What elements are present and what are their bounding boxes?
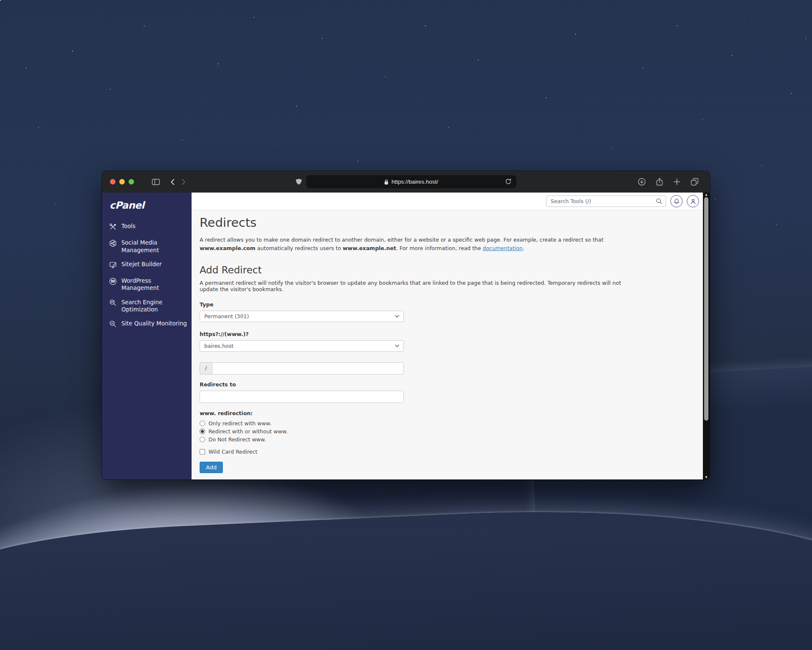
search-tools-wrap bbox=[546, 196, 666, 207]
browser-toolbar: https://baires.host/ bbox=[102, 171, 710, 193]
chevron-down-icon bbox=[395, 315, 399, 318]
sitejet-icon bbox=[109, 261, 117, 270]
www-redirection-label: www. redirection: bbox=[200, 410, 693, 416]
sidebar-item-label: Tools bbox=[121, 223, 135, 230]
wordpress-icon: W bbox=[109, 278, 117, 287]
wildcard-label: Wild Card Redirect bbox=[208, 449, 258, 455]
sidebar-item-label: WordPress Management bbox=[121, 277, 187, 292]
www-redirection-options: Only redirect with www. Redirect with or… bbox=[200, 420, 693, 443]
bell-icon bbox=[673, 198, 680, 205]
note-title: Note: bbox=[200, 479, 693, 480]
sidebar-item-label: Site Quality Monitoring bbox=[121, 320, 187, 327]
close-button[interactable] bbox=[110, 179, 115, 185]
sidebar-nav: Tools Social Media Management bbox=[102, 219, 192, 333]
intro-text: automatically redirects users to bbox=[255, 245, 343, 251]
browser-viewport: cPanel Tools bbox=[102, 193, 710, 479]
site-quality-icon bbox=[109, 320, 117, 330]
social-media-icon bbox=[109, 240, 117, 249]
intro-text: A redirect allows you to make one domain… bbox=[200, 237, 604, 243]
address-bar-group: https://baires.host/ bbox=[296, 175, 516, 188]
scroll-up-arrow[interactable]: ▲ bbox=[705, 193, 707, 197]
wildcard-checkbox[interactable] bbox=[200, 449, 205, 454]
tools-icon bbox=[109, 223, 117, 232]
back-button-icon[interactable] bbox=[170, 179, 175, 185]
zoom-button[interactable] bbox=[129, 179, 134, 185]
redirects-to-input[interactable] bbox=[200, 391, 404, 403]
tab-overview-icon[interactable] bbox=[691, 178, 699, 186]
add-redirect-description: A permanent redirect will notify the vis… bbox=[200, 280, 627, 292]
example-domain-net: www.example.net bbox=[343, 245, 396, 251]
minimize-button[interactable] bbox=[119, 179, 125, 185]
radio-option-only-www[interactable]: Only redirect with www. bbox=[200, 420, 693, 427]
path-input-group: / bbox=[200, 362, 404, 375]
page-title: Redirects bbox=[200, 215, 693, 230]
sidebar-item-wordpress-management[interactable]: W WordPress Management bbox=[102, 274, 192, 295]
radio-button-checked[interactable] bbox=[200, 429, 205, 434]
stars bbox=[0, 0, 0, 0]
address-bar[interactable]: https://baires.host/ bbox=[306, 175, 516, 188]
page-scrollbar[interactable]: ▲ ▼ bbox=[703, 193, 710, 479]
domain-select-value: baires.host bbox=[204, 343, 233, 349]
sidebar-item-label: Social Media Management bbox=[121, 239, 187, 254]
type-select[interactable]: Permanent (301) bbox=[200, 311, 404, 322]
forward-button-icon[interactable] bbox=[181, 179, 186, 185]
user-icon bbox=[690, 198, 697, 205]
downloads-icon[interactable] bbox=[638, 178, 646, 186]
scroll-down-arrow[interactable]: ▼ bbox=[705, 475, 707, 479]
sidebar-item-tools[interactable]: Tools bbox=[102, 219, 192, 236]
browser-window: https://baires.host/ bbox=[102, 171, 710, 479]
sidebar-item-social-media-management[interactable]: Social Media Management bbox=[102, 236, 192, 257]
sidebar-item-site-quality-monitoring[interactable]: Site Quality Monitoring bbox=[102, 317, 192, 333]
cpanel-logo: cPanel bbox=[102, 193, 192, 211]
add-redirect-heading: Add Redirect bbox=[200, 264, 693, 275]
domain-select[interactable]: baires.host bbox=[200, 340, 404, 352]
documentation-link[interactable]: documentation bbox=[483, 245, 523, 251]
lock-icon bbox=[384, 179, 389, 185]
note-section: Note: Checking the Wild Card Redirect Bo… bbox=[200, 479, 693, 480]
chevron-down-icon bbox=[395, 344, 399, 347]
redirects-page: Redirects A redirect allows you to make … bbox=[192, 210, 703, 479]
intro-paragraph: A redirect allows you to make one domain… bbox=[200, 236, 618, 253]
scrollbar-thumb[interactable] bbox=[704, 197, 708, 421]
intro-text: . bbox=[523, 245, 524, 251]
radio-option-with-or-without-www[interactable]: Redirect with or without www. bbox=[200, 428, 693, 435]
seo-icon bbox=[109, 299, 117, 308]
path-input[interactable] bbox=[212, 362, 404, 375]
svg-text:W: W bbox=[111, 279, 115, 284]
type-label: Type bbox=[200, 301, 693, 308]
window-controls bbox=[110, 179, 134, 185]
sidebar-item-label: Search Engine Optimization bbox=[121, 299, 187, 314]
reload-icon[interactable] bbox=[505, 178, 512, 187]
notifications-button[interactable] bbox=[670, 195, 683, 207]
cpanel-main: Redirects A redirect allows you to make … bbox=[192, 193, 703, 479]
radio-label: Only redirect with www. bbox=[208, 420, 272, 427]
sidebar-item-sitejet-builder[interactable]: Sitejet Builder bbox=[102, 257, 192, 274]
sidebar-item-search-engine-optimization[interactable]: Search Engine Optimization bbox=[102, 295, 192, 317]
search-icon bbox=[656, 198, 662, 206]
intro-text: . For more information, read the bbox=[396, 245, 483, 251]
sidebar-toggle-icon[interactable] bbox=[152, 179, 160, 185]
new-tab-icon[interactable] bbox=[673, 178, 680, 185]
url-text: https://baires.host/ bbox=[392, 179, 438, 185]
wildcard-redirect-row[interactable]: Wild Card Redirect bbox=[200, 449, 693, 455]
path-prefix: / bbox=[200, 362, 212, 375]
sidebar-item-label: Sitejet Builder bbox=[121, 261, 162, 268]
example-domain-com: www.example.com bbox=[200, 245, 255, 251]
user-menu-button[interactable] bbox=[687, 195, 699, 207]
redirects-to-label: Redirects to bbox=[200, 381, 693, 388]
cpanel-topbar bbox=[192, 193, 703, 210]
toolbar-right-icons bbox=[638, 178, 710, 186]
share-icon[interactable] bbox=[656, 178, 663, 186]
radio-option-do-not-redirect-www[interactable]: Do Not Redirect www. bbox=[200, 436, 693, 443]
radio-button[interactable] bbox=[200, 421, 205, 426]
type-select-value: Permanent (301) bbox=[204, 313, 249, 319]
add-button[interactable]: Add bbox=[200, 462, 223, 473]
privacy-shield-icon[interactable] bbox=[296, 178, 302, 185]
domain-label: https?://(www.)? bbox=[200, 331, 693, 337]
radio-label: Do Not Redirect www. bbox=[208, 436, 266, 443]
radio-label: Redirect with or without www. bbox=[208, 428, 288, 435]
search-tools-input[interactable] bbox=[546, 196, 666, 207]
radio-button[interactable] bbox=[200, 437, 205, 442]
cpanel-sidebar: cPanel Tools bbox=[102, 193, 192, 479]
